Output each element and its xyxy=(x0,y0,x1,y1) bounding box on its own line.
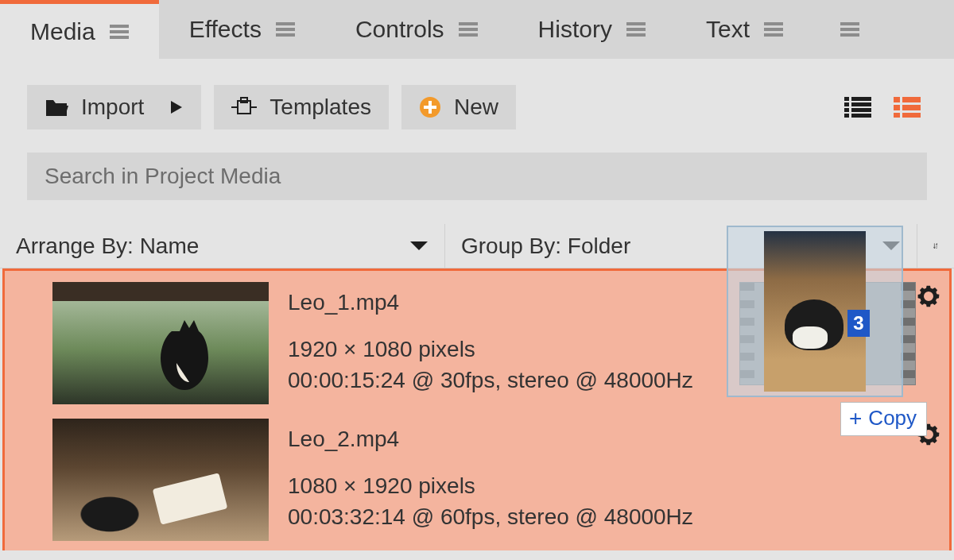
media-item-settings-button[interactable] xyxy=(916,422,941,447)
gear-icon xyxy=(916,284,941,309)
import-label: Import xyxy=(81,95,144,120)
arrange-by-dropdown[interactable]: Arrange By: Name xyxy=(0,224,445,268)
media-toolbar: Import Templates New xyxy=(0,59,954,133)
group-by-label: Group By: Folder xyxy=(461,234,630,259)
detail-view-icon[interactable] xyxy=(894,97,921,118)
gear-icon xyxy=(916,422,941,447)
svg-rect-12 xyxy=(851,108,871,112)
svg-rect-14 xyxy=(851,114,871,118)
media-list: Leo_1.mp4 1920 × 1080 pixels 00:00:15:24… xyxy=(2,268,952,550)
folder-open-icon xyxy=(45,97,68,118)
arrange-by-label: Arrange By: Name xyxy=(16,234,199,259)
play-icon xyxy=(169,100,184,114)
view-mode-toggle xyxy=(844,97,927,118)
tab-media[interactable]: Media xyxy=(0,0,159,59)
panel-tab-strip: Media Effects Controls History Text xyxy=(0,0,954,59)
tab-effects[interactable]: Effects xyxy=(159,0,325,59)
panel-overflow-menu[interactable] xyxy=(813,0,886,59)
list-view-icon[interactable] xyxy=(844,97,871,118)
import-button[interactable]: Import xyxy=(27,85,201,129)
tab-label: Effects xyxy=(189,16,262,43)
tab-label: Media xyxy=(30,18,95,45)
sort-az-icon: A Z xyxy=(933,234,938,259)
menu-icon[interactable] xyxy=(276,22,295,37)
svg-rect-7 xyxy=(844,97,849,101)
media-item[interactable]: Leo_2.mp4 1080 × 1920 pixels 00:03:32:14… xyxy=(52,419,949,555)
menu-icon xyxy=(840,22,859,37)
media-filename: Leo_2.mp4 xyxy=(288,423,693,454)
media-details: 00:03:32:14 @ 60fps, stereo @ 48000Hz xyxy=(288,501,693,532)
svg-rect-19 xyxy=(894,113,900,118)
svg-rect-8 xyxy=(851,97,871,101)
svg-rect-13 xyxy=(844,114,849,118)
svg-rect-11 xyxy=(844,108,849,112)
menu-icon[interactable] xyxy=(626,22,646,37)
new-label: New xyxy=(454,95,498,120)
media-dimensions: 1920 × 1080 pixels xyxy=(288,334,693,365)
tab-label: History xyxy=(538,16,612,43)
chevron-down-icon xyxy=(409,241,429,252)
svg-rect-16 xyxy=(902,97,921,102)
svg-rect-20 xyxy=(902,113,921,118)
media-thumbnail xyxy=(52,419,269,541)
menu-icon[interactable] xyxy=(459,22,478,37)
svg-rect-15 xyxy=(894,97,900,102)
new-button[interactable]: New xyxy=(401,85,516,129)
tab-controls[interactable]: Controls xyxy=(325,0,508,59)
tab-label: Text xyxy=(706,16,750,43)
plus-circle-icon xyxy=(419,96,441,118)
menu-icon[interactable] xyxy=(764,22,783,37)
media-info: Leo_2.mp4 1080 × 1920 pixels 00:03:32:14… xyxy=(288,419,693,533)
sort-bar: Arrange By: Name Group By: Folder A Z xyxy=(0,224,954,268)
svg-text:Z: Z xyxy=(936,245,937,249)
group-by-dropdown[interactable]: Group By: Folder xyxy=(445,224,917,268)
menu-icon[interactable] xyxy=(110,25,129,39)
media-filename: Leo_1.mp4 xyxy=(288,287,693,318)
svg-rect-10 xyxy=(851,102,871,106)
svg-rect-17 xyxy=(894,105,900,110)
template-icon xyxy=(231,96,257,118)
search-input[interactable] xyxy=(27,153,927,200)
media-info: Leo_1.mp4 1920 × 1080 pixels 00:00:15:24… xyxy=(288,282,693,396)
media-item-settings-button[interactable] xyxy=(916,284,941,309)
tab-text[interactable]: Text xyxy=(676,0,813,59)
svg-rect-18 xyxy=(902,105,921,110)
chevron-down-icon xyxy=(882,241,901,252)
templates-label: Templates xyxy=(270,95,371,120)
svg-rect-6 xyxy=(424,106,436,109)
tab-label: Controls xyxy=(355,16,444,43)
svg-rect-9 xyxy=(844,102,849,106)
sort-direction-button[interactable]: A Z xyxy=(917,224,954,268)
media-thumbnail xyxy=(52,282,269,404)
filmstrip-placeholder xyxy=(739,282,916,385)
media-details: 00:00:15:24 @ 30fps, stereo @ 48000Hz xyxy=(288,365,693,396)
media-dimensions: 1080 × 1920 pixels xyxy=(288,470,693,501)
templates-button[interactable]: Templates xyxy=(214,85,389,129)
tab-history[interactable]: History xyxy=(508,0,676,59)
